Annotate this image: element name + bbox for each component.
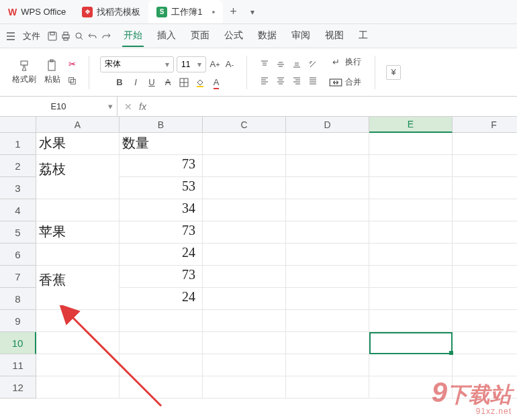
row-header[interactable]: 1	[0, 133, 36, 155]
app-tab-docer[interactable]: ❖ 找稻壳模板	[74, 0, 148, 23]
cell[interactable]	[286, 155, 369, 177]
italic-button[interactable]: I	[130, 76, 142, 89]
cell[interactable]	[369, 332, 453, 354]
app-tab-wps[interactable]: W WPS Office	[0, 0, 74, 23]
col-header-f[interactable]: F	[453, 117, 517, 133]
tab-data[interactable]: 数据	[256, 25, 278, 47]
number-format-icon[interactable]: ¥	[386, 65, 401, 80]
increase-font-icon[interactable]: A+	[209, 58, 221, 70]
cell[interactable]	[286, 332, 369, 354]
save-icon[interactable]	[47, 31, 58, 42]
tab-start[interactable]: 开始	[122, 25, 144, 47]
tab-formula[interactable]: 公式	[223, 25, 244, 47]
cell[interactable]: 73	[120, 155, 203, 177]
col-header-e[interactable]: E	[369, 117, 453, 133]
cancel-icon[interactable]: ✕	[124, 101, 132, 112]
format-painter-button[interactable]: 格式刷	[9, 58, 39, 87]
redo-icon[interactable]	[101, 31, 111, 42]
tab-review[interactable]: 审阅	[290, 25, 312, 47]
underline-button[interactable]: U	[146, 76, 158, 89]
print-icon[interactable]	[60, 31, 71, 42]
row-header[interactable]: 9	[0, 310, 36, 332]
cell[interactable]	[453, 266, 517, 288]
file-menu[interactable]: 文件	[19, 28, 44, 45]
font-color-button[interactable]: A	[210, 76, 222, 89]
cell[interactable]: 73	[120, 266, 203, 288]
cell[interactable]	[369, 310, 453, 332]
row-header[interactable]: 7	[0, 266, 36, 288]
fill-color-button[interactable]	[194, 76, 206, 89]
row-header[interactable]: 2	[0, 155, 36, 177]
app-tab-workbook[interactable]: S 工作簿1 •	[148, 0, 223, 23]
align-center-icon[interactable]	[274, 74, 287, 87]
cell[interactable]	[453, 332, 517, 354]
cell[interactable]	[453, 288, 517, 310]
paste-button[interactable]: 粘贴	[42, 58, 63, 87]
row-header[interactable]: 6	[0, 244, 36, 266]
bold-button[interactable]: B	[113, 76, 126, 89]
col-header-c[interactable]: C	[203, 117, 286, 133]
cell[interactable]: 24	[120, 288, 203, 310]
cell[interactable]	[453, 177, 517, 199]
cell[interactable]: 数量	[120, 133, 203, 155]
name-box[interactable]: E10 ▾	[0, 97, 117, 116]
cell[interactable]: 荔枝	[36, 155, 120, 177]
cell[interactable]	[369, 288, 453, 310]
cells-area[interactable]: 水果 数量 荔枝 73 53 34	[36, 133, 517, 399]
cell[interactable]	[369, 244, 453, 266]
cell[interactable]	[36, 376, 120, 399]
cell[interactable]	[203, 177, 286, 199]
cell[interactable]	[203, 266, 286, 288]
cell[interactable]	[36, 354, 120, 376]
cell[interactable]	[36, 199, 120, 221]
cell[interactable]	[203, 244, 286, 266]
tab-view[interactable]: 视图	[324, 25, 345, 47]
cell[interactable]	[203, 376, 286, 399]
menu-hamburger-icon[interactable]	[5, 31, 16, 42]
tab-page[interactable]: 页面	[189, 25, 211, 47]
align-middle-icon[interactable]	[274, 58, 287, 71]
spreadsheet-grid[interactable]: A B C D E F 1 2 3 4 5 6 7 8 9 10 11 12 水…	[0, 117, 517, 420]
cut-icon[interactable]: ✂	[66, 58, 78, 70]
align-right-icon[interactable]	[290, 74, 303, 87]
cell[interactable]	[453, 354, 517, 376]
cell[interactable]	[286, 244, 369, 266]
cell[interactable]	[286, 199, 369, 221]
row-header[interactable]: 8	[0, 288, 36, 310]
cell[interactable]	[286, 310, 369, 332]
cell[interactable]	[203, 221, 286, 244]
col-header-a[interactable]: A	[36, 117, 120, 133]
new-tab-button[interactable]: +	[223, 5, 244, 19]
cell[interactable]	[120, 332, 203, 354]
cell[interactable]	[453, 310, 517, 332]
align-top-icon[interactable]	[258, 58, 271, 71]
cell[interactable]: 苹果	[36, 221, 120, 244]
row-header[interactable]: 5	[0, 221, 36, 244]
wrap-text-button[interactable]: ↵ 换行	[326, 54, 364, 70]
cell[interactable]	[453, 221, 517, 244]
col-header-b[interactable]: B	[120, 117, 203, 133]
cell[interactable]	[36, 177, 120, 199]
cell[interactable]	[203, 155, 286, 177]
strikethrough-button[interactable]: A	[162, 76, 174, 89]
cell[interactable]: 香蕉	[36, 266, 120, 288]
cell[interactable]	[369, 354, 453, 376]
fx-icon[interactable]: fx	[139, 101, 146, 112]
cell[interactable]	[286, 221, 369, 244]
cell[interactable]	[203, 133, 286, 155]
align-bottom-icon[interactable]	[290, 58, 303, 71]
row-header[interactable]: 3	[0, 177, 36, 199]
font-name-select[interactable]: 宋体▾	[100, 56, 174, 72]
select-all-corner[interactable]	[0, 117, 36, 133]
cell[interactable]	[369, 155, 453, 177]
cell[interactable]	[286, 266, 369, 288]
align-justify-icon[interactable]	[306, 74, 320, 87]
cell[interactable]	[120, 354, 203, 376]
cell[interactable]: 水果	[36, 133, 120, 155]
merge-cells-button[interactable]: 合并	[326, 74, 364, 91]
cell[interactable]	[453, 199, 517, 221]
cell[interactable]	[36, 288, 120, 310]
cell[interactable]	[203, 332, 286, 354]
orientation-icon[interactable]	[306, 58, 320, 71]
tab-tools[interactable]: 工	[357, 25, 369, 47]
